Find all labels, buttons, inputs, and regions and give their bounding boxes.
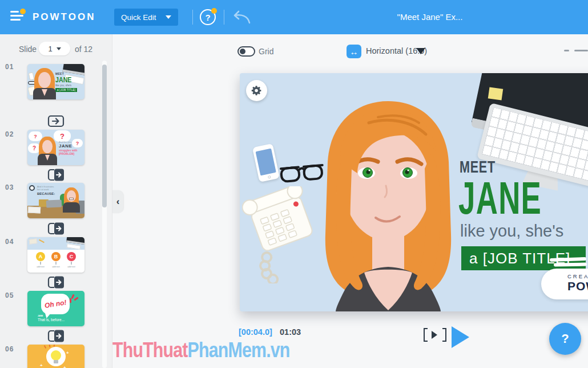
slide-thumbnail-1[interactable]: MEET JANE like you, she's a [JOB TITLE] [27,64,84,99]
slide-counter-label: Slide [19,45,37,54]
gear-icon [251,85,263,97]
thumb-clock-icon [29,185,35,191]
thumb-tagline-text: like you, she's [55,84,84,87]
add-slide-button[interactable] [47,222,65,235]
thumb-because-text: BECAUSE: [37,192,66,197]
grid-toggle[interactable] [237,46,255,57]
phone-screen-art [256,149,276,176]
jane-character[interactable] [314,100,462,311]
slide-thumbnail-6[interactable]: + + + [27,345,84,368]
help-question-mark: ? [205,13,210,22]
help-fab-button[interactable]: ? [549,323,581,355]
thumb-jane-text: JANE [38,315,43,317]
thumb-line-text: That is, before... [38,318,65,322]
document-title[interactable]: "Meet Jane" Ex... [397,12,463,22]
ray-art [44,345,47,349]
play-button[interactable] [452,326,469,348]
thumb-phone-art [29,72,35,80]
emphasis-mark [74,297,78,301]
add-slide-button[interactable] [47,275,65,289]
thumb-papers-art [28,206,41,213]
powtoon-editor: POWTOON Quick Edit ? "Meet Jane" Ex... S… [0,0,588,368]
ray-art [49,345,50,347]
bulb-base-art [54,360,58,363]
thumb-woman-mouth [69,198,74,200]
thumb-papers-art [29,238,38,245]
thumb-woman-body [63,202,80,213]
slide-number: 05 [5,291,14,299]
thumb-jane-text: JANE [59,143,84,149]
thumb-woman-face [38,72,51,88]
speech-bubble: Oh no! [41,294,70,314]
undo-icon[interactable] [232,10,252,25]
underline-swoosh-art [554,262,587,266]
orientation-dropdown-caret[interactable] [416,48,425,54]
jane-text[interactable]: JANE [458,175,542,221]
toggle-knob [240,49,245,54]
grid-label: Grid [259,47,273,56]
thumb-text-block: And it frustrates her at work BECAUSE: [37,185,66,197]
small-play-icon [432,331,437,339]
zoom-control-dash[interactable] [564,50,569,51]
divider [192,10,193,25]
thumb-banner-text: a [JOB TITLE] [55,88,77,92]
slide-thumbnail-2[interactable]: ? ? ? ? And like you, JANE struggles wit… [27,130,84,165]
bracket-art [424,328,428,342]
notification-dot [211,8,217,14]
play-slide-button[interactable] [424,328,446,342]
slide-number: 01 [5,63,14,71]
smartphone-art [252,143,280,182]
zoom-control-slider[interactable] [574,50,588,51]
badge-line2: POWT [567,279,588,293]
slide-number-dropdown[interactable]: 1 [39,42,70,55]
add-slide-button[interactable] [47,114,65,128]
emphasis-mark [71,294,74,299]
hamburger-menu-icon[interactable] [10,11,25,23]
thumb-text-block: MEET JANE like you, she's a [JOB TITLE] [55,73,84,92]
slide-number: 06 [5,345,14,353]
slide-number: 04 [5,238,14,246]
quick-edit-label: Quick Edit [121,13,156,22]
watermark-part1: ThuThuat [112,338,188,362]
top-bar: POWTOON Quick Edit ? "Meet Jane" Ex... [0,0,588,34]
add-text-label: add text [49,266,63,268]
thumb-problem-text: [PROBLEM] [59,153,84,156]
slide-thumbnail-5[interactable]: Oh no! JANE That is, before... [27,291,84,326]
slide-canvas[interactable]: MEET JANE like you, she's a [JOB TITLE] … [240,73,588,311]
sidebar-scrollbar-thumb[interactable] [102,65,107,207]
thought-bubble: ? [54,130,71,142]
slide-settings-button[interactable] [246,80,267,101]
add-slide-button[interactable] [47,329,65,343]
slide-thumbnail-3[interactable]: And it frustrates her at work BECAUSE: [27,183,84,218]
slide-number: 02 [5,130,14,138]
chevron-down-icon [57,47,61,50]
question-mark: ? [561,331,569,346]
add-slide-button[interactable] [47,168,65,182]
horizontal-arrows-icon[interactable]: ↔ [347,45,361,58]
slides-sidebar: Slide 1 of 12 01 MEET JANE like you, she… [0,34,112,368]
tagline-text[interactable]: like you, she's [460,222,563,241]
watermark-part2: PhanMem.vn [188,338,290,362]
chevron-left-icon: ‹ [116,196,120,207]
help-icon[interactable]: ? [200,9,216,25]
phone-home-button-art [267,175,271,179]
slide-thumbnail-4[interactable]: A B C add text add text add text [27,237,84,273]
quick-edit-dropdown[interactable]: Quick Edit [114,9,178,26]
watermark: ThuThuatPhanMem.vn [112,338,290,362]
collapse-sidebar-button[interactable]: ‹ [112,190,123,213]
total-duration: 01:03 [280,327,301,337]
option-c-circle: C [67,252,76,261]
pin-art [40,262,41,265]
thumb-woman-face [42,140,53,153]
thumb-line2-text: her at work [37,188,66,191]
sticky-note-art [488,87,504,100]
powtoon-logo: POWTOON [33,11,95,23]
pin-art [71,262,72,265]
notification-dot [20,9,26,14]
add-text-label: add text [64,266,79,268]
current-slide-number: 1 [48,45,52,53]
emphasis-mark [70,298,71,303]
slide-number: 03 [5,183,14,191]
option-b-circle: B [51,252,61,261]
badge-line1: CREAT [567,273,588,279]
